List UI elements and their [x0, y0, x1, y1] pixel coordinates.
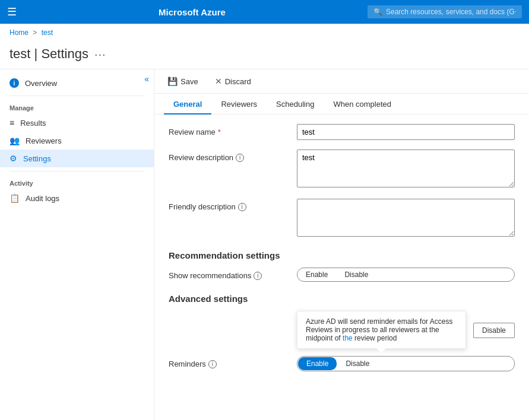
review-description-label: Review description i [169, 149, 287, 162]
save-icon: 💾 [167, 77, 178, 86]
search-icon: 🔍 [373, 8, 382, 16]
reviewers-icon: 👥 [9, 136, 20, 145]
review-description-field: test [297, 149, 515, 189]
search-box[interactable]: 🔍 [368, 5, 522, 18]
tab-reviewers[interactable]: Reviewers [211, 94, 267, 114]
sidebar-item-results[interactable]: ≡ Results [0, 114, 154, 132]
toolbar: 💾 Save ✕ Discard [154, 69, 529, 94]
review-description-textarea[interactable]: test [297, 149, 515, 187]
friendly-description-textarea[interactable] [297, 199, 515, 237]
save-button[interactable]: 💾 Save [164, 74, 202, 88]
sidebar-item-reviewers-label: Reviewers [26, 136, 62, 145]
info-icon: i [9, 78, 19, 88]
more-options-icon[interactable]: ··· [94, 47, 106, 61]
main-layout: « i Overview Manage ≡ Results 👥 Reviewer… [0, 69, 529, 420]
callout-link[interactable]: the [343, 334, 353, 342]
breadcrumb-separator: > [33, 28, 37, 37]
tabs: General Reviewers Scheduling When comple… [154, 94, 529, 114]
sidebar-item-results-label: Results [20, 119, 46, 128]
callout-text-after: review period [353, 334, 397, 342]
tab-general[interactable]: General [164, 94, 211, 114]
breadcrumb-home[interactable]: Home [9, 28, 28, 37]
reminders-label: Reminders i [169, 356, 287, 368]
show-recommendations-info-icon[interactable]: i [254, 272, 262, 280]
review-name-label: Review name * [169, 124, 287, 136]
sidebar-divider-2 [9, 171, 144, 171]
app-title: Microsoft Azure [24, 7, 360, 17]
advanced-settings-header: Advanced settings [169, 294, 515, 304]
page-title-separator: | [34, 46, 42, 61]
page-title: test | Settings [9, 46, 88, 62]
search-input[interactable] [386, 8, 516, 16]
tab-scheduling[interactable]: Scheduling [267, 94, 324, 114]
reminders-enable-button[interactable]: Enable [298, 357, 337, 370]
tab-when-completed[interactable]: When completed [324, 94, 401, 114]
reminders-toggle-group: Enable Disable [297, 356, 515, 371]
form-area: Review name * Review description i test [154, 114, 529, 390]
sidebar-section-activity: Activity [0, 175, 154, 189]
sidebar-section-manage: Manage [0, 100, 154, 114]
reminders-info-icon[interactable]: i [208, 360, 217, 368]
discard-button[interactable]: ✕ Discard [211, 74, 255, 88]
recommendations-toggle-group: Enable Disable [297, 268, 515, 282]
page-header: test | Settings ··· [0, 42, 529, 69]
review-description-row: Review description i test [169, 149, 515, 189]
sidebar: « i Overview Manage ≡ Results 👥 Reviewer… [0, 69, 154, 420]
sidebar-item-audit-logs-label: Audit logs [26, 194, 59, 203]
breadcrumb: Home > test [0, 24, 529, 42]
recommendations-disable-button[interactable]: Disable [336, 268, 376, 281]
callout-disable-button[interactable]: Disable [473, 323, 515, 338]
discard-label: Discard [225, 77, 251, 86]
recommendations-enable-button[interactable]: Enable [297, 268, 336, 281]
show-recommendations-toggle: Enable Disable [297, 268, 515, 282]
reminders-row: Reminders i Enable Disable [169, 356, 515, 371]
breadcrumb-current[interactable]: test [42, 28, 53, 37]
results-icon: ≡ [9, 118, 14, 128]
friendly-description-field [297, 199, 515, 238]
callout-area: Azure AD will send reminder emails for A… [297, 311, 515, 351]
review-name-row: Review name * [169, 124, 515, 140]
sidebar-item-settings-label: Settings [23, 154, 51, 163]
friendly-description-label: Friendly description i [169, 199, 287, 211]
sidebar-item-overview[interactable]: i Overview [0, 74, 154, 92]
topbar: ☰ Microsoft Azure 🔍 [0, 0, 529, 24]
sidebar-item-overview-label: Overview [25, 79, 57, 88]
show-recommendations-label: Show recommendations i [169, 268, 287, 280]
recommendation-settings-header: Recommendation settings [169, 250, 515, 260]
reminders-toggle: Enable Disable [297, 356, 515, 371]
review-description-info-icon[interactable]: i [236, 154, 244, 162]
review-name-input[interactable] [297, 124, 515, 140]
sidebar-item-settings[interactable]: ⚙ Settings [0, 149, 154, 167]
required-indicator: * [218, 128, 221, 136]
audit-logs-icon: 📋 [9, 193, 20, 203]
show-recommendations-row: Show recommendations i Enable Disable [169, 268, 515, 282]
friendly-description-row: Friendly description i [169, 199, 515, 238]
save-label: Save [180, 77, 198, 86]
sidebar-item-reviewers[interactable]: 👥 Reviewers [0, 132, 154, 149]
content-area: 💾 Save ✕ Discard General Reviewers Sched… [154, 69, 529, 420]
discard-icon: ✕ [215, 77, 222, 86]
review-name-field [297, 124, 515, 140]
hamburger-menu[interactable]: ☰ [7, 5, 17, 18]
settings-icon: ⚙ [9, 154, 17, 163]
sidebar-item-audit-logs[interactable]: 📋 Audit logs [0, 189, 154, 207]
friendly-description-info-icon[interactable]: i [238, 203, 246, 211]
reminders-callout: Azure AD will send reminder emails for A… [297, 311, 466, 349]
sidebar-collapse-button[interactable]: « [144, 74, 149, 84]
reminders-disable-button[interactable]: Disable [337, 357, 378, 371]
sidebar-divider-1 [9, 96, 144, 96]
